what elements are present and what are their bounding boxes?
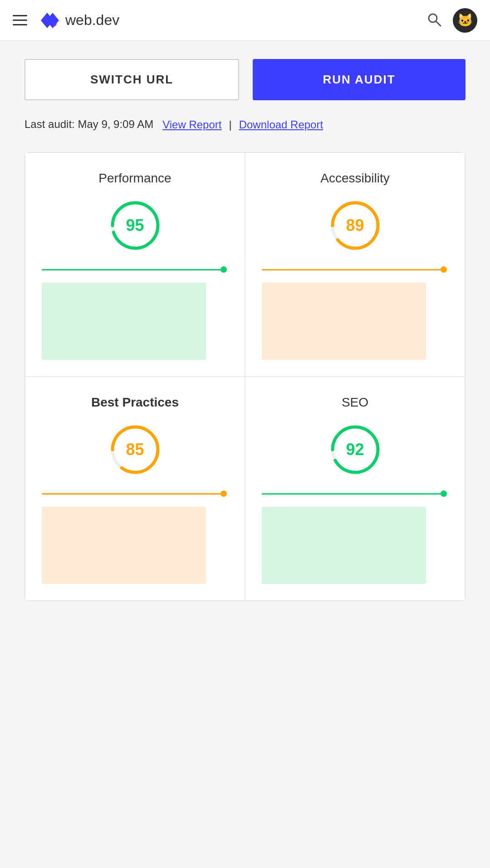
svg-line-4: [436, 21, 441, 26]
switch-url-button[interactable]: SWITCH URL: [24, 59, 239, 100]
download-report-link[interactable]: Download Report: [239, 118, 323, 131]
score-cell-best-practices: Best Practices 85: [25, 377, 245, 601]
main-content: SWITCH URL RUN AUDIT Last audit: May 9, …: [0, 41, 490, 619]
chart-fill: [262, 283, 426, 360]
score-circle-accessibility: 89: [328, 198, 382, 253]
logo-area: web.dev: [38, 9, 119, 32]
avatar[interactable]: 🐱: [453, 8, 477, 33]
score-title-best-practices: Best Practices: [91, 395, 179, 410]
score-circle-performance: 95: [108, 198, 162, 253]
audit-info-row: Last audit: May 9, 9:09 AM View Report |…: [24, 117, 466, 132]
run-audit-button[interactable]: RUN AUDIT: [253, 59, 466, 100]
score-value-seo: 92: [346, 440, 364, 459]
chart-dot: [441, 266, 447, 273]
chart-fill: [262, 507, 426, 584]
chart-dot: [220, 266, 227, 273]
audit-link-divider: |: [229, 118, 231, 131]
last-audit-text: Last audit: May 9, 9:09 AM: [24, 117, 153, 132]
header-right: 🐱: [426, 8, 477, 33]
score-value-accessibility: 89: [346, 216, 364, 235]
chart-dot: [220, 490, 227, 497]
search-icon[interactable]: [426, 12, 442, 29]
score-title-accessibility: Accessibility: [320, 171, 389, 186]
logo-text: web.dev: [65, 12, 119, 29]
score-cell-seo: SEO 92: [245, 377, 465, 601]
chart-line-bar: [42, 493, 224, 495]
score-title-performance: Performance: [98, 171, 171, 186]
header: web.dev 🐱: [0, 0, 490, 41]
chart-fill: [42, 283, 206, 360]
action-buttons-row: SWITCH URL RUN AUDIT: [24, 59, 466, 100]
score-circle-best-practices: 85: [108, 422, 162, 477]
score-chart-performance: [42, 269, 228, 360]
chart-line-bar: [42, 269, 224, 270]
audit-links: View Report | Download Report: [162, 118, 323, 131]
chart-line-bar: [262, 269, 444, 270]
chart-dot: [441, 490, 447, 497]
score-chart-accessibility: [262, 269, 448, 360]
score-value-performance: 95: [126, 216, 144, 235]
webdev-logo-icon: [38, 9, 61, 32]
score-cell-performance: Performance 95: [25, 152, 245, 377]
view-report-link[interactable]: View Report: [162, 118, 221, 131]
score-title-seo: SEO: [342, 395, 368, 410]
chart-line-bar: [262, 493, 444, 495]
chart-fill: [42, 507, 206, 584]
score-value-best-practices: 85: [126, 440, 144, 459]
score-cell-accessibility: Accessibility 89: [245, 152, 465, 377]
score-chart-seo: [262, 493, 448, 584]
score-chart-best-practices: [42, 493, 228, 584]
score-circle-seo: 92: [328, 422, 382, 477]
score-grid: Performance 95 Accessibility 89 Best Pra…: [24, 152, 466, 601]
hamburger-menu-icon[interactable]: [13, 15, 27, 25]
header-left: web.dev: [13, 9, 119, 32]
